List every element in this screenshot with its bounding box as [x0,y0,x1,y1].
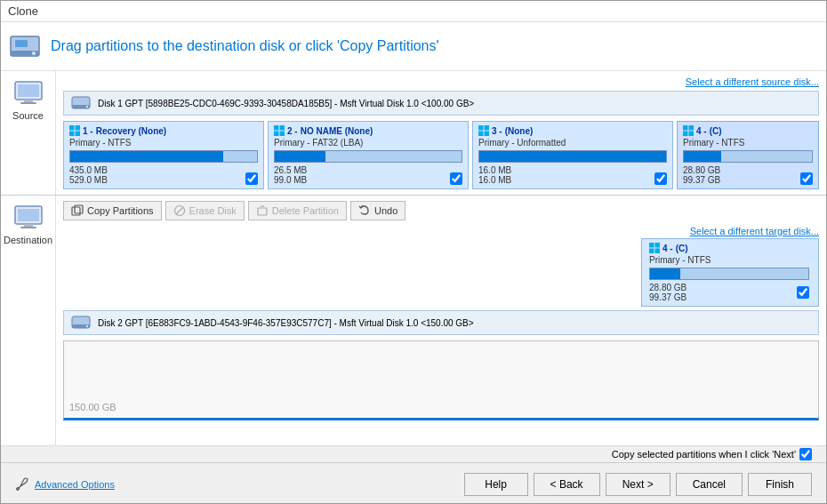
p2-size2: 99.0 MB [274,175,307,185]
dest-p4-type: Primary - NTFS [649,255,809,265]
p2-checkbox[interactable] [450,172,462,185]
p3-bar-fill [479,151,666,162]
p3-size2: 16.0 MB [478,175,511,185]
advanced-options-link[interactable]: Advanced Options [35,479,115,490]
p1-id: 1 - [83,126,93,136]
copy-checkbox[interactable] [799,448,812,460]
bottom-bar: Advanced Options Help < Back Next > Canc… [1,462,826,504]
source-computer-icon [13,80,44,107]
source-disk-small-icon [71,95,91,111]
svg-point-43 [86,325,88,327]
dest-label: Destination [4,235,52,245]
svg-rect-6 [24,100,33,102]
source-panel-header: Select a different source disk... [63,76,819,87]
finish-button[interactable]: Finish [748,473,812,496]
wrench-icon [15,477,29,492]
dest-p4-id: 4 - [662,244,673,253]
svg-rect-28 [18,209,39,221]
copy-checkbox-row: Copy selected partitions when I click 'N… [1,445,826,462]
svg-rect-15 [274,125,279,131]
source-disk-label: Disk 1 GPT [5898BE25-CDC0-469C-9393-3045… [98,99,474,108]
dest-p4-bar [649,268,809,280]
p3-type: Primary - Unformatted [478,138,667,148]
p4-name: (C) [710,126,722,136]
p2-bar [274,150,462,163]
copy-checkbox-label: Copy selected partitions when I click 'N… [612,449,796,460]
copy-partitions-icon [71,204,84,217]
main-instruction-row: Drag partitions to the destination disk … [1,22,826,71]
bottom-left: Advanced Options [15,477,115,492]
svg-rect-11 [69,125,75,131]
svg-line-34 [176,207,183,214]
help-button[interactable]: Help [464,473,528,496]
svg-rect-32 [75,205,83,213]
back-button[interactable]: < Back [534,473,600,496]
p3-bar [478,150,667,163]
svg-rect-17 [274,132,279,137]
svg-rect-5 [18,84,39,97]
p1-checkbox[interactable] [245,172,258,185]
svg-rect-19 [478,125,484,131]
svg-rect-7 [20,102,36,104]
dest-computer-icon [13,204,44,231]
destination-section: Destination Copy Partitions Erase [1,196,826,445]
partition-4-title: 4 - (C) [683,125,813,136]
svg-rect-25 [683,132,688,137]
source-partition-2: 2 - NO NAME (None) Primary - FAT32 (LBA)… [268,121,469,189]
source-partition-1: 1 - Recovery (None) Primary - NTFS 435.0… [63,121,264,189]
delete-partition-label: Delete Partition [272,205,339,216]
svg-rect-22 [485,132,490,137]
svg-rect-40 [655,249,661,254]
erase-disk-label: Erase Disk [189,205,237,216]
source-partitions-row: 1 - Recovery (None) Primary - NTFS 435.0… [63,121,819,189]
dest-assigned-row: Select a different target disk... 4 [63,226,819,307]
p3-checkbox[interactable] [654,172,667,185]
p2-name: NO NAME (None) [301,126,373,136]
p1-bar [69,150,258,163]
erase-disk-button[interactable]: Erase Disk [165,201,245,220]
p4-sizes: 28.80 GB 99.37 GB [683,165,720,185]
svg-rect-30 [20,227,36,228]
dest-disk-small-icon [71,315,91,331]
undo-button[interactable]: Undo [350,201,405,220]
next-button[interactable]: Next > [606,473,670,496]
dest-p4-checkbox[interactable] [797,286,809,299]
svg-rect-31 [72,207,80,215]
dest-empty-area: 150.00 GB [63,340,819,420]
delete-partition-button[interactable]: Delete Partition [248,201,347,220]
window-title: Clone [8,4,38,18]
title-bar: Clone [1,1,826,22]
source-label-col: Source [1,71,56,195]
p4-id: 4 - [696,126,707,136]
dest-select-link[interactable]: Select a different target disk... [690,226,819,236]
copy-partitions-button[interactable]: Copy Partitions [63,201,162,220]
undo-icon [358,204,371,217]
source-partition-4: 4 - (C) Primary - NTFS 28.80 GB 99.37 GB [677,121,819,189]
dest-empty-size: 150.00 GB [69,402,116,412]
p3-size1: 16.0 MB [478,165,511,175]
svg-rect-37 [649,243,654,248]
svg-rect-13 [69,132,75,137]
p3-sizes: 16.0 MB 16.0 MB [478,165,511,185]
p2-bar-fill [275,151,325,162]
dest-p4-size1: 28.80 GB [649,283,686,292]
svg-rect-23 [683,125,688,131]
svg-rect-21 [478,132,484,137]
cancel-button[interactable]: Cancel [676,473,743,496]
dest-disk-label: Disk 2 GPT [6E883FC9-1ABD-4543-9F46-357E… [98,318,474,328]
p1-sizes: 435.0 MB 529.0 MB [69,165,108,185]
p2-size1: 26.5 MB [274,165,307,175]
source-partition-3: 3 - (None) Primary - Unformatted 16.0 MB… [472,121,673,189]
source-select-link[interactable]: Select a different source disk... [686,76,819,87]
svg-rect-14 [76,132,81,137]
dest-p4-title: 4 - (C) [649,243,809,253]
partition-2-title: 2 - NO NAME (None) [274,125,462,136]
p3-name: (None) [505,126,534,136]
bottom-right: Help < Back Next > Cancel Finish [464,473,812,496]
p4-size1: 28.80 GB [683,165,720,175]
partition-3-title: 3 - (None) [478,125,667,136]
p2-id: 2 - [287,126,298,136]
svg-point-10 [86,106,88,108]
dest-p4-sizes: 28.80 GB 99.37 GB [649,283,686,302]
p4-checkbox[interactable] [800,172,813,185]
